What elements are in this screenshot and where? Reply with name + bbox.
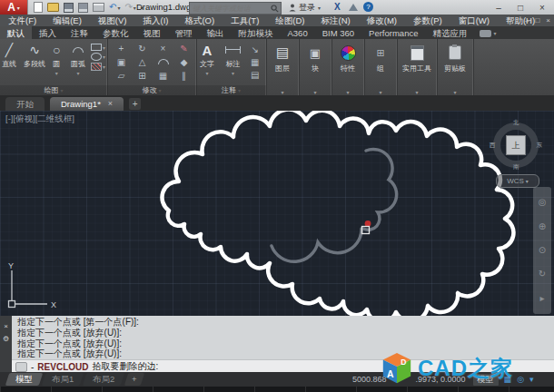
new-layout-button[interactable]: + <box>124 373 143 386</box>
fillet-button[interactable] <box>153 55 173 68</box>
new-drawing-button[interactable]: + <box>129 98 141 110</box>
orbit-icon[interactable]: ↻ <box>539 270 546 279</box>
menu-tools[interactable]: 工具(T) <box>223 15 267 26</box>
erase-button[interactable]: ✎ <box>173 42 194 54</box>
command-button-icon[interactable] <box>15 362 27 372</box>
search-icon[interactable] <box>271 5 279 13</box>
camera-icon[interactable] <box>480 30 491 37</box>
tab-view[interactable]: 视图 <box>136 26 168 39</box>
stretch-button[interactable]: ▱ <box>111 69 132 82</box>
doc-minimize-button[interactable]: – <box>525 16 529 24</box>
close-icon[interactable]: × <box>4 323 8 330</box>
tab-performance[interactable]: Performance <box>361 26 425 39</box>
hatch-button[interactable]: ▾ <box>91 63 105 71</box>
rectangle-button[interactable]: ▾ <box>91 44 105 51</box>
tab-addins[interactable]: 附加模块 <box>232 26 281 39</box>
tab-bim360[interactable]: BIM 360 <box>315 26 361 39</box>
revision-cloud[interactable] <box>162 111 513 316</box>
pan-icon[interactable]: ⊕ <box>539 222 546 231</box>
maximize-button[interactable]: □ <box>510 0 530 15</box>
open-button[interactable] <box>47 3 59 12</box>
tab-a360[interactable]: A360 <box>281 26 315 39</box>
zoom-icon[interactable]: ⊙ <box>539 246 546 255</box>
circle-button[interactable]: ○圆▾ <box>53 42 60 76</box>
showmotion-icon[interactable]: ▸ <box>539 294 544 303</box>
tab-layout1[interactable]: 布局1 <box>42 373 84 386</box>
table-button[interactable]: ▦ <box>251 56 259 67</box>
new-button[interactable] <box>34 2 43 13</box>
dimension-button[interactable]: 标注▾ <box>225 42 241 76</box>
a360-icon[interactable] <box>349 4 358 11</box>
search-input[interactable] <box>190 5 271 13</box>
tab-layout2[interactable]: 布局2 <box>83 373 125 386</box>
tab-start[interactable]: 开始 <box>5 97 45 111</box>
chevron-down-icon[interactable]: ▾ <box>117 5 120 11</box>
viewcube[interactable]: 北 南 东 西 上 <box>490 120 541 171</box>
panel-properties[interactable]: 特性▾ <box>331 39 365 95</box>
arc-button[interactable]: 圆弧▾ <box>71 42 85 76</box>
close-button[interactable]: × <box>532 0 552 15</box>
viewcube-top-face[interactable]: 上 <box>506 135 526 155</box>
mirror-button[interactable]: △ <box>132 55 153 68</box>
sign-in-button[interactable]: 登录 ▾ <box>289 2 321 14</box>
tab-parametric[interactable]: 参数化 <box>95 26 136 39</box>
menu-file[interactable]: 文件(F) <box>0 15 45 26</box>
chevron-down-icon[interactable]: ▾ <box>529 375 534 384</box>
menu-edit[interactable]: 编辑(E) <box>45 15 90 26</box>
menu-view[interactable]: 视图(V) <box>90 15 135 26</box>
trim-button[interactable]: × <box>153 42 173 54</box>
close-icon[interactable]: × <box>108 97 113 111</box>
move-button[interactable]: + <box>111 42 132 54</box>
tab-featured-apps[interactable]: 精选应用 <box>425 26 474 39</box>
exchange-apps-button[interactable]: X <box>334 2 341 12</box>
wrench-icon[interactable]: ⚙ <box>3 336 9 343</box>
steering-wheel-icon[interactable]: ◎ <box>539 198 547 207</box>
tab-drawing1[interactable]: Drawing1* × <box>50 97 124 111</box>
leader-button[interactable]: ↘ <box>251 44 259 54</box>
minimize-button[interactable]: – <box>489 0 509 15</box>
copy-button[interactable]: ▣ <box>111 55 132 68</box>
help-button[interactable]: ? <box>363 2 373 12</box>
tab-home[interactable]: 默认 <box>0 26 32 39</box>
explode-button[interactable]: ◆ <box>173 55 194 68</box>
panel-clipboard[interactable]: 剪贴板▾ <box>437 39 474 95</box>
doc-close-button[interactable]: × <box>546 16 550 24</box>
doc-restore-button[interactable]: □ <box>535 16 539 24</box>
drawing-canvas[interactable]: [-][俯视][二维线框] 北 南 东 西 上 WCS ▾ ◎ ⊕ ⊙ ↻ ▸ <box>0 111 554 316</box>
panel-modify-title[interactable]: 修改 ▾ <box>107 85 196 95</box>
save-as-button[interactable] <box>78 3 88 13</box>
tab-insert[interactable]: 插入 <box>32 26 64 39</box>
sheet-button[interactable]: ▤ <box>251 69 259 80</box>
tab-manage[interactable]: 管理 <box>168 26 200 39</box>
line-button[interactable]: ╱直线 <box>2 42 16 69</box>
save-button[interactable] <box>64 3 74 13</box>
menu-dimension[interactable]: 标注(N) <box>313 15 359 26</box>
redo-button[interactable]: ↷▾ <box>124 3 135 12</box>
app-menu-button[interactable]: A▾ <box>0 0 28 15</box>
panel-annotate-title[interactable]: 注释 ▾ <box>196 85 266 95</box>
panel-draw-title[interactable]: 绘图 ▾ <box>0 85 107 95</box>
tab-output[interactable]: 输出 <box>200 26 232 39</box>
tab-model[interactable]: 模型 <box>5 373 44 386</box>
offset-button[interactable]: ∥ <box>173 69 194 82</box>
text-button[interactable]: A文字▾ <box>200 42 214 76</box>
panel-block[interactable]: ▣ 块▾ <box>299 39 332 95</box>
chevron-down-icon[interactable]: ▾ <box>493 30 496 36</box>
wcs-dropdown[interactable]: WCS ▾ <box>496 174 539 188</box>
menu-format[interactable]: 格式(O) <box>176 15 223 26</box>
tab-annotate[interactable]: 注释 <box>64 26 95 39</box>
scale-button[interactable]: ⊞ <box>132 69 153 82</box>
polyline-button[interactable]: ∿多段线 <box>24 42 45 69</box>
ellipse-button[interactable]: ▾ <box>91 53 105 61</box>
menu-window[interactable]: 窗口(W) <box>450 15 498 26</box>
menu-draw[interactable]: 绘图(D) <box>267 15 312 26</box>
rotate-button[interactable]: ↻ <box>132 42 153 54</box>
plot-button[interactable] <box>93 3 104 12</box>
array-button[interactable]: ▦ <box>153 69 173 82</box>
panel-utilities[interactable]: 实用工具▾ <box>397 39 438 95</box>
menu-modify[interactable]: 修改(M) <box>359 15 405 26</box>
menu-parametric[interactable]: 参数(P) <box>405 15 450 26</box>
panel-group[interactable]: ⊞ 组▾ <box>364 39 398 95</box>
menu-insert[interactable]: 插入(I) <box>134 15 176 26</box>
undo-button[interactable]: ↶▾ <box>109 3 120 12</box>
